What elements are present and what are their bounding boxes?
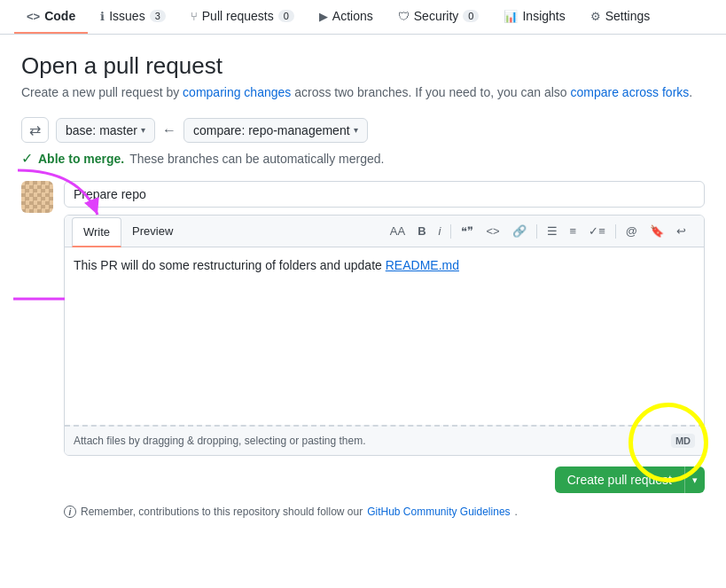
issues-badge: 3 bbox=[150, 10, 166, 22]
page-subtitle: Create a new pull request by comparing c… bbox=[21, 85, 705, 99]
toolbar-italic-btn[interactable]: i bbox=[433, 222, 447, 240]
page-content: Open a pull request Create a new pull re… bbox=[0, 35, 726, 536]
nav-code[interactable]: <> Code bbox=[14, 0, 88, 34]
nav-security-label: Security bbox=[414, 9, 459, 23]
branch-direction-arrow: ← bbox=[162, 122, 176, 138]
insights-icon: 📊 bbox=[504, 10, 518, 23]
pr-form: Write Preview AA B i ❝❞ <> 🔗 ☰ ≡ bbox=[21, 181, 705, 518]
editor-footer: Attach files by dragging & dropping, sel… bbox=[65, 425, 704, 455]
attach-hint: Attach files by dragging & dropping, sel… bbox=[74, 435, 366, 447]
compare-branch-caret: ▾ bbox=[354, 125, 358, 135]
merge-able-label: Able to merge. bbox=[38, 152, 124, 166]
base-branch-select[interactable]: base: master ▾ bbox=[56, 118, 155, 143]
editor-tabs: Write Preview AA B i ❝❞ <> 🔗 ☰ ≡ bbox=[65, 216, 704, 247]
toolbar-ordered-list-btn[interactable]: ≡ bbox=[565, 222, 582, 240]
toolbar-header-btn[interactable]: AA bbox=[385, 222, 410, 240]
toolbar-bold-btn[interactable]: B bbox=[412, 222, 431, 240]
subtitle-text-start: Create a new pull request by bbox=[21, 85, 183, 99]
compare-branch-label: compare: repo-management bbox=[193, 123, 350, 137]
markdown-badge: MD bbox=[671, 434, 695, 448]
toolbar-unordered-list-btn[interactable]: ☰ bbox=[542, 222, 563, 240]
comparing-link[interactable]: comparing changes bbox=[183, 85, 291, 99]
issues-icon: ℹ bbox=[100, 10, 105, 23]
merge-status: ✓ Able to merge. These branches can be a… bbox=[21, 150, 384, 167]
nav-actions[interactable]: ▶ Actions bbox=[307, 0, 386, 34]
nav-pr-label: Pull requests bbox=[202, 9, 274, 23]
base-branch-label: base: master bbox=[66, 123, 137, 137]
branch-selector-row: ⇄ base: master ▾ ← compare: repo-managem… bbox=[21, 117, 705, 167]
nav-issues-label: Issues bbox=[109, 9, 144, 23]
security-icon: 🛡 bbox=[398, 10, 410, 23]
subtitle-text-end: . bbox=[689, 85, 692, 99]
nav-settings-label: Settings bbox=[605, 9, 651, 23]
toolbar-quote-btn[interactable]: ❝❞ bbox=[456, 222, 479, 240]
editor-content-text: This PR will do some restructuring of fo… bbox=[74, 256, 695, 274]
toolbar-code-btn[interactable]: <> bbox=[480, 222, 504, 240]
compare-branch-select[interactable]: compare: repo-management ▾ bbox=[183, 118, 368, 143]
user-avatar bbox=[21, 181, 53, 213]
submit-row: Create pull request ▾ bbox=[64, 466, 705, 493]
base-branch-caret: ▾ bbox=[141, 125, 145, 135]
toolbar-sep-3 bbox=[615, 224, 616, 239]
pullrequest-icon: ⑂ bbox=[191, 10, 198, 23]
preview-tab[interactable]: Preview bbox=[121, 217, 183, 247]
nav-settings[interactable]: ⚙ Settings bbox=[578, 0, 663, 34]
editor-container: Write Preview AA B i ❝❞ <> 🔗 ☰ ≡ bbox=[64, 215, 705, 456]
repo-nav: <> Code ℹ Issues 3 ⑂ Pull requests 0 ▶ A… bbox=[0, 0, 726, 35]
community-guidelines-link[interactable]: GitHub Community Guidelines bbox=[367, 506, 510, 518]
merge-desc: These branches can be automatically merg… bbox=[129, 152, 384, 166]
create-pr-button[interactable]: Create pull request bbox=[555, 466, 684, 493]
guidelines-text-start: Remember, contributions to this reposito… bbox=[81, 506, 363, 518]
write-tab[interactable]: Write bbox=[72, 217, 121, 247]
nav-issues[interactable]: ℹ Issues 3 bbox=[88, 0, 178, 34]
guidelines-text-end: . bbox=[515, 506, 518, 518]
create-pr-dropdown-button[interactable]: ▾ bbox=[684, 466, 705, 493]
page-title: Open a pull request bbox=[21, 52, 705, 80]
nav-insights[interactable]: 📊 Insights bbox=[491, 0, 577, 34]
pr-badge: 0 bbox=[278, 10, 294, 22]
toolbar-task-list-btn[interactable]: ✓≡ bbox=[583, 222, 611, 240]
toolbar-sep-2 bbox=[536, 224, 537, 239]
pr-title-input[interactable] bbox=[64, 181, 705, 208]
toolbar-ref-btn[interactable]: 🔖 bbox=[644, 222, 669, 240]
info-icon: i bbox=[64, 506, 76, 518]
toolbar-link-btn[interactable]: 🔗 bbox=[507, 222, 532, 240]
nav-code-label: Code bbox=[44, 9, 75, 23]
nav-security[interactable]: 🛡 Security 0 bbox=[386, 0, 492, 34]
toolbar-mention-btn[interactable]: @ bbox=[621, 222, 643, 240]
subtitle-text-mid: across two branches. If you need to, you… bbox=[291, 85, 570, 99]
readme-link[interactable]: README.md bbox=[386, 258, 459, 272]
toolbar-undo-btn[interactable]: ↩ bbox=[671, 222, 691, 240]
check-icon: ✓ bbox=[21, 150, 33, 167]
editor-toolbar: AA B i ❝❞ <> 🔗 ☰ ≡ ✓≡ @ bbox=[379, 218, 697, 244]
nav-actions-label: Actions bbox=[332, 9, 373, 23]
pr-form-right: Write Preview AA B i ❝❞ <> 🔗 ☰ ≡ bbox=[64, 181, 705, 518]
nav-insights-label: Insights bbox=[522, 9, 565, 23]
compare-forks-link[interactable]: compare across forks bbox=[570, 85, 689, 99]
editor-body: This PR will do some restructuring of fo… bbox=[65, 247, 704, 425]
guidelines: i Remember, contributions to this reposi… bbox=[64, 506, 705, 518]
compare-icon[interactable]: ⇄ bbox=[21, 117, 49, 143]
code-icon: <> bbox=[27, 10, 40, 23]
security-badge: 0 bbox=[463, 10, 479, 22]
nav-pullrequests[interactable]: ⑂ Pull requests 0 bbox=[178, 0, 307, 34]
settings-icon: ⚙ bbox=[590, 10, 601, 23]
toolbar-sep-1 bbox=[450, 224, 451, 239]
actions-icon: ▶ bbox=[319, 10, 328, 23]
